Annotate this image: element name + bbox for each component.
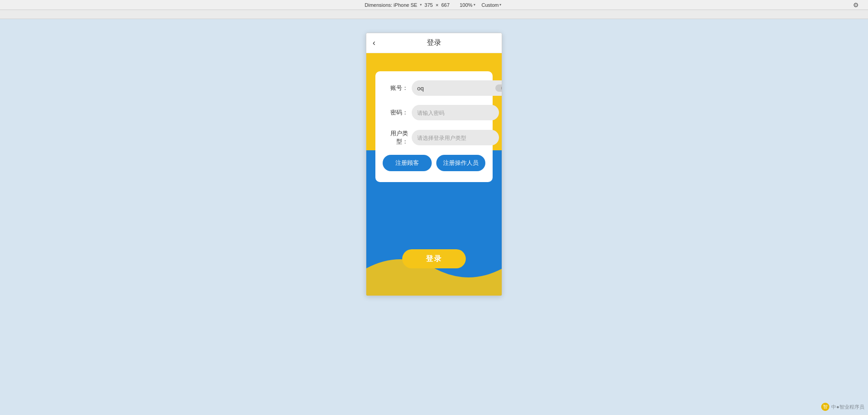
back-button[interactable]: ‹ bbox=[373, 38, 375, 48]
user-type-label: 用户类型： bbox=[383, 129, 408, 146]
device-label: Dimensions: iPhone SE bbox=[365, 2, 418, 8]
register-guest-button[interactable]: 注册顾客 bbox=[383, 155, 432, 171]
zoom-label: 100% bbox=[459, 2, 472, 8]
phone-titlebar: ‹ 登录 bbox=[366, 33, 502, 53]
account-row: 账号： bbox=[383, 80, 485, 96]
toolbar-center: Dimensions: iPhone SE ▾ 375 × 667 100% ▾… bbox=[365, 2, 504, 8]
account-label: 账号： bbox=[383, 84, 408, 92]
login-button[interactable]: 登录 bbox=[402, 249, 466, 268]
password-input[interactable] bbox=[412, 105, 499, 120]
user-type-input[interactable] bbox=[412, 130, 499, 145]
toolbar-icon-area: ⚙ bbox=[853, 1, 859, 9]
register-buttons: 注册顾客 注册操作人员 bbox=[383, 155, 485, 171]
page-title: 登录 bbox=[427, 38, 441, 48]
watermark-text: 中●智业程序员 bbox=[831, 404, 864, 410]
user-type-row: 用户类型： bbox=[383, 129, 485, 146]
register-operator-button[interactable]: 注册操作人员 bbox=[436, 155, 485, 171]
phone-frame: ‹ 登录 账号： 密码： bbox=[366, 33, 502, 296]
toggle-knob bbox=[501, 85, 502, 91]
toolbar-sep1 bbox=[452, 2, 455, 8]
toolbar: Dimensions: iPhone SE ▾ 375 × 667 100% ▾… bbox=[0, 0, 868, 10]
ruler bbox=[0, 10, 868, 19]
custom-dropdown[interactable]: Custom ▾ bbox=[480, 2, 504, 8]
login-button-area: 登录 bbox=[366, 249, 502, 268]
toggle-switch[interactable] bbox=[495, 84, 502, 92]
settings-icon[interactable]: ⚙ bbox=[853, 1, 859, 9]
watermark-icon: 智 bbox=[821, 403, 829, 411]
canvas-area: ‹ 登录 账号： 密码： bbox=[0, 19, 868, 415]
custom-label: Custom bbox=[482, 2, 499, 8]
separator: × bbox=[435, 2, 438, 8]
height-value: 667 bbox=[441, 2, 449, 8]
zoom-dropdown[interactable]: 100% ▾ bbox=[458, 2, 477, 8]
account-input[interactable] bbox=[417, 85, 494, 92]
account-input-wrapper bbox=[412, 80, 502, 96]
device-dropdown-icon[interactable]: ▾ bbox=[420, 3, 422, 7]
password-label: 密码： bbox=[383, 109, 408, 117]
width-value: 375 bbox=[424, 2, 433, 8]
custom-chevron: ▾ bbox=[499, 3, 501, 7]
watermark: 智 中●智业程序员 bbox=[821, 403, 864, 411]
login-card: 账号： 密码： 用户类型： bbox=[375, 71, 493, 182]
zoom-chevron: ▾ bbox=[474, 3, 475, 7]
password-row: 密码： bbox=[383, 105, 485, 120]
phone-content: 账号： 密码： 用户类型： bbox=[366, 53, 502, 296]
